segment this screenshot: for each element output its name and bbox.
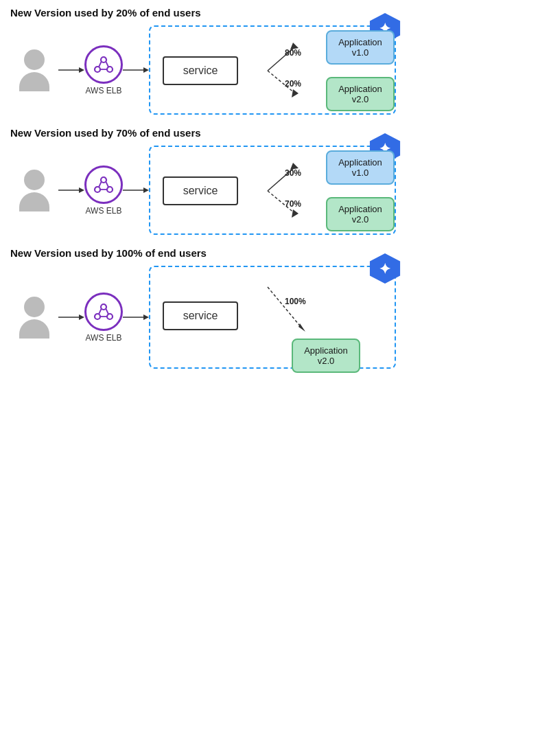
- service-box-1: service: [163, 56, 238, 85]
- k8s-icon-3: ✦: [369, 252, 401, 285]
- user-figure-3: [10, 297, 58, 339]
- elb-1: AWS ELB: [84, 45, 123, 95]
- user-figure-2: [10, 170, 58, 211]
- svg-point-20: [101, 177, 106, 183]
- svg-point-22: [107, 187, 113, 192]
- svg-text:70%: 70%: [285, 199, 301, 209]
- app-v1-1: Applicationv1.0: [326, 30, 395, 65]
- svg-point-38: [101, 304, 106, 310]
- user-figure-1: [10, 49, 58, 91]
- svg-marker-27: [143, 187, 149, 193]
- section-1: New Version used by 20% of end users: [10, 7, 528, 115]
- svg-line-41: [99, 309, 102, 314]
- split-arrows-2: 30% 70%: [264, 153, 326, 229]
- user-head-3: [24, 297, 45, 317]
- split-arrows-1: 80% 20%: [264, 33, 326, 108]
- elb-icon-2: [84, 165, 123, 204]
- single-arrow-3: 100%: [264, 284, 326, 345]
- svg-marker-33: [292, 209, 299, 218]
- svg-point-39: [95, 314, 100, 319]
- svg-point-3: [95, 67, 100, 72]
- svg-text:✦: ✦: [379, 261, 391, 277]
- app-v2-2: Applicationv2.0: [326, 197, 395, 231]
- app-v2-1: Applicationv2.0: [326, 77, 395, 111]
- svg-marker-1: [79, 67, 84, 73]
- arrow-elb-service-3: [123, 310, 149, 324]
- svg-marker-19: [79, 187, 84, 193]
- service-box-3: service: [163, 301, 238, 330]
- arrow-user-elb-1: [58, 63, 84, 77]
- elb-label-1: AWS ELB: [86, 86, 122, 95]
- elb-icon-1: [84, 45, 123, 84]
- elb-icon-3: [84, 293, 123, 331]
- k8s-box-3: ✦ service 100% Applicationv2.0: [149, 266, 396, 369]
- service-box-2: service: [163, 176, 238, 205]
- svg-line-6: [106, 62, 109, 67]
- user-head-1: [24, 49, 45, 70]
- k8s-box-2: ✦ service 30% 70% Applicationv1.0 Appl: [149, 146, 396, 235]
- elb-label-2: AWS ELB: [86, 206, 122, 216]
- svg-line-24: [106, 182, 109, 187]
- svg-marker-49: [299, 323, 305, 332]
- svg-point-40: [107, 314, 113, 319]
- section-3: New Version used by 100% of end users: [10, 247, 528, 369]
- app-v2-3: Applicationv2.0: [292, 339, 360, 373]
- apps-col-1: Applicationv1.0 Applicationv2.0: [326, 30, 395, 111]
- svg-point-2: [101, 57, 106, 62]
- svg-text:30%: 30%: [285, 168, 301, 178]
- elb-3: AWS ELB: [84, 293, 123, 343]
- arrow-elb-service-1: [123, 63, 149, 77]
- svg-text:80%: 80%: [285, 48, 301, 58]
- svg-point-21: [95, 187, 100, 192]
- section-2: New Version used by 70% of end users: [10, 127, 528, 235]
- arrow-user-elb-3: [58, 310, 84, 324]
- svg-line-42: [106, 309, 109, 314]
- svg-text:20%: 20%: [285, 79, 301, 89]
- svg-line-5: [99, 62, 102, 67]
- app-v1-2: Applicationv1.0: [326, 150, 395, 185]
- user-body-1: [19, 72, 49, 91]
- title-3: New Version used by 100% of end users: [10, 247, 528, 259]
- arrow-elb-service-2: [123, 183, 149, 197]
- svg-marker-37: [79, 314, 84, 320]
- svg-marker-15: [292, 89, 299, 98]
- svg-marker-45: [143, 314, 149, 320]
- user-head-2: [24, 170, 45, 190]
- svg-marker-9: [143, 67, 149, 73]
- apps-col-2: Applicationv1.0 Applicationv2.0: [326, 150, 395, 231]
- svg-line-23: [99, 182, 102, 187]
- arrow-user-elb-2: [58, 183, 84, 197]
- k8s-box-1: ✦ service 80% 20%: [149, 25, 396, 115]
- title-2: New Version used by 70% of end users: [10, 127, 528, 139]
- user-body-2: [19, 192, 49, 211]
- svg-text:100%: 100%: [285, 297, 306, 306]
- svg-line-48: [268, 287, 302, 328]
- svg-point-4: [107, 67, 113, 72]
- elb-2: AWS ELB: [84, 165, 123, 216]
- user-body-3: [19, 319, 49, 339]
- title-1: New Version used by 20% of end users: [10, 7, 528, 19]
- elb-label-3: AWS ELB: [86, 333, 122, 343]
